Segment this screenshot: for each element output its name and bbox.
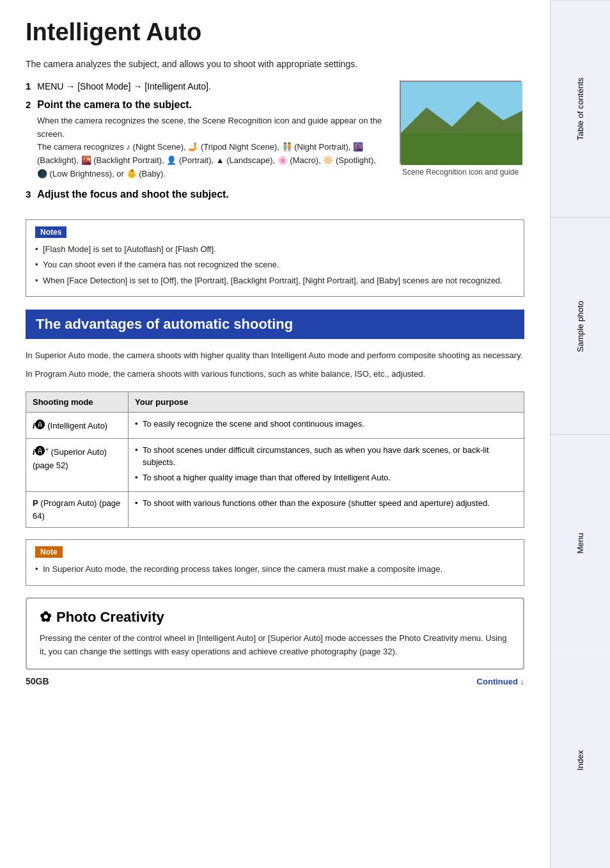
purpose-list-3: To shoot with various functions other th… [135,497,517,510]
sidebar-toc-label: Table of contents [575,77,585,140]
purpose-list-2: To shoot scenes under difficult circumst… [135,444,517,484]
table-cell-purpose-1: To easily recognize the scene and shoot … [129,412,524,438]
purpose-1-item-1: To easily recognize the scene and shoot … [135,418,517,430]
svg-rect-2 [401,133,522,165]
step-3: 3 Adjust the focus and shoot the subject… [26,189,384,200]
advantages-heading: The advantages of automatic shooting [26,310,524,339]
shooting-table: Shooting mode Your purpose i🅐 (Intellige… [26,391,524,528]
right-sidebar: Table of contents Sample photo Menu Inde… [550,0,610,868]
page-wrapper: Intelligent Auto The camera analyzes the… [0,0,610,868]
sidebar-tab-toc[interactable]: Table of contents [551,0,610,217]
steps-left: 1 MENU → [Shoot Mode] → [Intelligent Aut… [26,81,384,208]
purpose-2-item-2: To shoot a higher quality image than tha… [135,471,517,484]
note-single-item-1: In Superior Auto mode, the recording pro… [35,563,515,576]
sidebar-sample-label: Sample photo [575,301,585,352]
notes-list: [Flash Mode] is set to [Autoflash] or [F… [35,243,515,287]
table-cell-purpose-3: To shoot with various functions other th… [129,492,524,528]
table-cell-mode-2: i🅐+ (Superior Auto)(page 52) [26,438,129,492]
step-1-text: MENU → [Shoot Mode] → [Intelligent Auto]… [37,81,211,91]
photo-creativity-icon: ✿ [40,609,51,626]
note-item-1: [Flash Mode] is set to [Autoflash] or [F… [35,243,515,256]
advantages-para-2: In Program Auto mode, the camera shoots … [26,368,524,381]
page-number: 50GB [26,676,49,686]
table-row-superior: i🅐+ (Superior Auto)(page 52) To shoot sc… [26,438,524,492]
step-2-title: Point the camera to the subject. [37,99,192,110]
purpose-3-item-1: To shoot with various functions other th… [135,497,517,510]
sidebar-tab-sample[interactable]: Sample photo [551,217,610,435]
landscape-svg [401,82,522,165]
photo-creativity-text: Pressing the center of the control wheel… [40,632,510,659]
purpose-2-item-1: To shoot scenes under difficult circumst… [135,444,517,469]
photo-creativity-title-text: Photo Creativity [56,609,164,626]
page-title: Intelligent Auto [26,19,524,46]
notes-box: Notes [Flash Mode] is set to [Autoflash]… [26,219,524,297]
mode-p-icon: P [33,498,38,508]
table-cell-purpose-2: To shoot scenes under difficult circumst… [129,438,524,492]
table-header-purpose: Your purpose [129,391,524,412]
table-cell-mode-3: P (Program Auto) (page 64) [26,492,129,528]
sidebar-menu-label: Menu [575,533,585,554]
note-single-label: Note [35,546,63,558]
table-header-mode: Shooting mode [26,391,129,412]
step-2: 2 Point the camera to the subject. When … [26,99,384,181]
note-single-list: In Superior Auto mode, the recording pro… [35,563,515,576]
note-item-3: When [Face Detection] is set to [Off], t… [35,274,515,287]
image-caption: Scene Recognition icon and guide [396,168,524,177]
step-2-body: When the camera recognizes the scene, th… [37,114,384,181]
advantages-para-1: In Superior Auto mode, the camera shoots… [26,349,524,363]
steps-section: 1 MENU → [Shoot Mode] → [Intelligent Aut… [26,81,524,208]
mode-ia-label: (Intelligent Auto) [47,421,107,430]
table-row-program: P (Program Auto) (page 64) To shoot with… [26,492,524,528]
table-cell-mode-1: i🅐 (Intelligent Auto) [26,412,129,438]
notes-label: Notes [35,226,66,238]
sidebar-tab-menu[interactable]: Menu [551,434,610,652]
purpose-list-1: To easily recognize the scene and shoot … [135,418,517,430]
intro-text: The camera analyzes the subject, and all… [26,59,524,69]
note-item-2: You can shoot even if the camera has not… [35,258,515,271]
table-row-intelligent: i🅐 (Intelligent Auto) To easily recogniz… [26,412,524,438]
mode-ia-plus-camera: 🅐 [35,446,45,457]
main-content: Intelligent Auto The camera analyzes the… [0,0,550,868]
sidebar-tab-index[interactable]: Index [551,652,610,869]
mode-p-label: (Program Auto) (page 64) [33,498,120,521]
note-single-box: Note In Superior Auto mode, the recordin… [26,539,524,586]
footer-row: 50GB Continued ↓ [26,676,524,686]
step-1-number: 1 [26,81,31,91]
continued-text: Continued ↓ [477,677,524,686]
step-2-number: 2 [26,99,31,110]
sidebar-index-label: Index [575,750,585,770]
mode-ia-camera: 🅐 [35,420,45,430]
landscape-image: ▲ Landscape [400,81,521,164]
step-1: 1 MENU → [Shoot Mode] → [Intelligent Aut… [26,81,384,91]
photo-creativity-title: ✿ Photo Creativity [40,609,510,626]
step-3-number: 3 [26,189,31,200]
step-3-title: Adjust the focus and shoot the subject. [37,189,229,200]
photo-creativity-box: ✿ Photo Creativity Pressing the center o… [26,597,524,670]
steps-right: ▲ Landscape Scene Recognition icon and g… [396,81,524,208]
